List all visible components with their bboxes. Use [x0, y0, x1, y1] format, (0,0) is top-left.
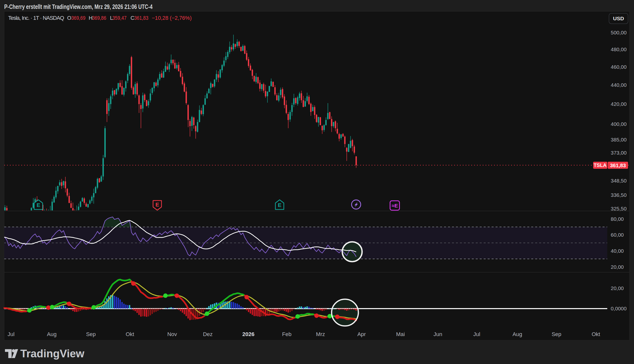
- svg-text:TSLA: TSLA: [594, 162, 606, 168]
- svg-text:O: O: [67, 15, 71, 21]
- svg-text:440,00: 440,00: [611, 82, 626, 88]
- svg-text:359,47: 359,47: [112, 15, 127, 21]
- svg-text:40,00: 40,00: [611, 248, 624, 254]
- svg-text:Jun: Jun: [434, 331, 442, 337]
- svg-text:≈E: ≈E: [391, 203, 398, 208]
- svg-text:325,50: 325,50: [611, 206, 626, 212]
- svg-text:369,69: 369,69: [71, 15, 85, 21]
- svg-text:2026: 2026: [243, 331, 255, 337]
- svg-text:0,0000: 0,0000: [611, 306, 626, 311]
- svg-text:361,83: 361,83: [134, 15, 148, 21]
- svg-text:20,00: 20,00: [611, 264, 624, 270]
- svg-text:−10,28 (−2,76%): −10,28 (−2,76%): [152, 15, 192, 21]
- svg-text:80,00: 80,00: [611, 216, 624, 222]
- svg-text:Dez: Dez: [203, 331, 213, 337]
- svg-text:348,50: 348,50: [611, 178, 626, 184]
- svg-text:373,00: 373,00: [611, 150, 626, 156]
- svg-text:460,00: 460,00: [611, 64, 626, 70]
- svg-text:480,00: 480,00: [611, 46, 626, 52]
- svg-text:Mai: Mai: [396, 331, 405, 337]
- svg-text:Jul: Jul: [8, 331, 15, 337]
- svg-text:USD: USD: [613, 16, 624, 21]
- svg-text:400,00: 400,00: [611, 121, 626, 127]
- svg-text:336,50: 336,50: [611, 192, 626, 198]
- svg-text:Tesla, Inc. · 1T · NASDAQ: Tesla, Inc. · 1T · NASDAQ: [8, 15, 64, 21]
- svg-text:Okt: Okt: [126, 331, 134, 337]
- svg-text:500,00: 500,00: [611, 30, 626, 35]
- svg-text:Nov: Nov: [167, 331, 177, 337]
- svg-text:Feb: Feb: [282, 331, 292, 337]
- svg-text:E: E: [278, 202, 282, 208]
- svg-text:TradingView: TradingView: [20, 348, 84, 360]
- svg-text:Jul: Jul: [473, 331, 480, 337]
- svg-text:Aug: Aug: [47, 331, 57, 337]
- svg-text:369,86: 369,86: [92, 15, 106, 21]
- svg-text:P-Cherry erstellt mit TradingV: P-Cherry erstellt mit TradingView.com, M…: [4, 3, 153, 10]
- svg-text:E: E: [37, 202, 40, 208]
- svg-text:Sep: Sep: [552, 331, 561, 337]
- svg-text:420,00: 420,00: [611, 101, 626, 107]
- svg-text:E: E: [155, 202, 159, 208]
- svg-text:60,00: 60,00: [611, 232, 624, 238]
- svg-text:Aug: Aug: [512, 331, 522, 337]
- svg-text:C: C: [130, 15, 134, 21]
- svg-text:20,00: 20,00: [611, 285, 624, 291]
- svg-text:Mrz: Mrz: [316, 331, 325, 337]
- svg-text:Okt: Okt: [592, 331, 600, 337]
- svg-text:Apr: Apr: [357, 331, 366, 337]
- svg-text:Sep: Sep: [86, 331, 96, 337]
- svg-text:385,00: 385,00: [611, 137, 626, 142]
- svg-text:361,83: 361,83: [610, 162, 626, 168]
